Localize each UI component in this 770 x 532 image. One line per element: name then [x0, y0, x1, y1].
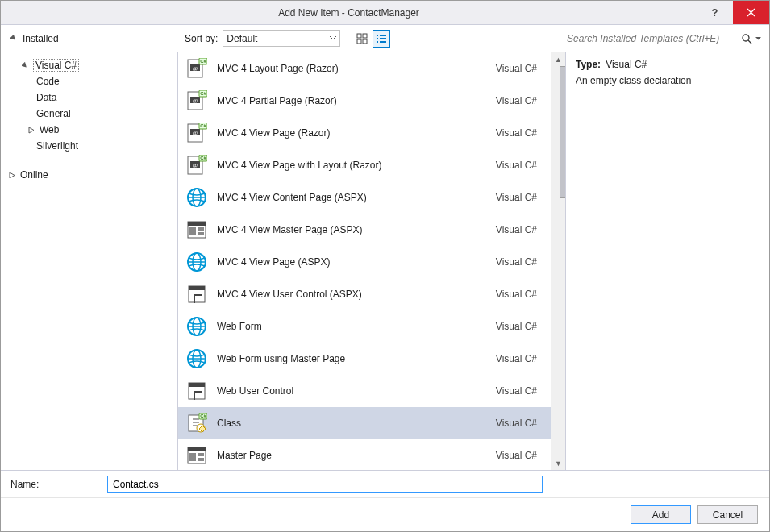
- toolbar: Installed Sort by: Default: [1, 25, 769, 52]
- title-buttons: ?: [697, 1, 769, 24]
- template-language: Visual C#: [496, 63, 543, 74]
- svg-rect-4: [377, 35, 378, 36]
- template-language: Visual C#: [496, 418, 543, 429]
- template-row[interactable]: MVC 4 View Master Page (ASPX)Visual C#: [178, 214, 551, 246]
- template-name: Class: [217, 418, 486, 429]
- template-row[interactable]: Master PageVisual C#: [178, 439, 551, 470]
- cancel-button[interactable]: Cancel: [697, 505, 758, 524]
- svg-rect-9: [380, 41, 386, 43]
- template-row[interactable]: Web FormVisual C#: [178, 310, 551, 343]
- title-bar[interactable]: Add New Item - ContactManager ?: [1, 1, 769, 25]
- scroll-up-icon[interactable]: ▲: [551, 52, 565, 66]
- template-language: Visual C#: [496, 353, 543, 364]
- collapse-icon: [10, 35, 18, 42]
- search-input[interactable]: [565, 30, 736, 47]
- category-tree: Visual C# Code Data General Web Silverli…: [1, 52, 178, 470]
- grid-icon: [356, 33, 368, 44]
- template-row[interactable]: MVC 4 Layout Page (Razor)Visual C#: [178, 52, 551, 85]
- tree-header[interactable]: Installed: [9, 33, 178, 44]
- sortby-label: Sort by:: [185, 33, 218, 44]
- template-list-inner: MVC 4 Layout Page (Razor)Visual C#MVC 4 …: [178, 52, 551, 470]
- template-row[interactable]: MVC 4 Partial Page (Razor)Visual C#: [178, 85, 551, 117]
- svg-rect-2: [357, 39, 361, 44]
- tree-node-csharp[interactable]: Visual C#: [17, 57, 174, 73]
- add-button[interactable]: Add: [631, 505, 691, 524]
- tree-label-csharp: Visual C#: [33, 59, 79, 72]
- template-name: MVC 4 Partial Page (Razor): [217, 95, 486, 106]
- globe-icon: [186, 187, 207, 208]
- detail-type-label: Type:: [576, 59, 601, 70]
- scroll-down-icon[interactable]: ▼: [551, 456, 565, 470]
- tree-node-data[interactable]: Data: [33, 89, 174, 106]
- tree-node-code[interactable]: Code: [33, 73, 174, 89]
- sortby-value: Default: [227, 33, 257, 44]
- usercontrol-icon: [186, 380, 207, 401]
- template-row[interactable]: ClassVisual C#: [178, 407, 551, 439]
- svg-point-10: [743, 35, 749, 41]
- template-row[interactable]: MVC 4 View Page with Layout (Razor)Visua…: [178, 149, 551, 181]
- template-name: Web Form: [217, 321, 486, 332]
- template-language: Visual C#: [496, 289, 543, 300]
- tree-node-silverlight[interactable]: Silverlight: [33, 138, 174, 154]
- template-list: MVC 4 Layout Page (Razor)Visual C#MVC 4 …: [178, 52, 566, 470]
- button-bar: Add Cancel: [1, 497, 769, 531]
- template-name: Web Form using Master Page: [217, 353, 486, 364]
- view-buttons: [353, 30, 390, 48]
- name-label: Name:: [10, 479, 107, 490]
- template-name: MVC 4 View Content Page (ASPX): [217, 192, 486, 203]
- template-row[interactable]: MVC 4 View User Control (ASPX)Visual C#: [178, 278, 551, 310]
- template-language: Visual C#: [496, 95, 543, 106]
- template-language: Visual C#: [496, 385, 543, 397]
- template-language: Visual C#: [496, 450, 543, 461]
- search-icon[interactable]: [741, 33, 752, 44]
- template-row[interactable]: MVC 4 View Content Page (ASPX)Visual C#: [178, 181, 551, 214]
- template-language: Visual C#: [496, 224, 543, 235]
- usercontrol-icon: [186, 284, 207, 305]
- template-row[interactable]: Web Form using Master PageVisual C#: [178, 343, 551, 375]
- master-icon: [186, 445, 207, 466]
- tree-node-web[interactable]: Web: [23, 122, 174, 138]
- close-button[interactable]: [733, 1, 769, 24]
- template-row[interactable]: MVC 4 View Page (ASPX)Visual C#: [178, 246, 551, 278]
- name-bar: Name:: [1, 470, 769, 497]
- template-language: Visual C#: [496, 192, 543, 203]
- detail-description: An empty class declaration: [576, 75, 760, 86]
- sortby-dropdown[interactable]: Default: [223, 30, 340, 47]
- template-language: Visual C#: [496, 256, 543, 268]
- list-icon: [376, 33, 387, 44]
- scroll-thumb[interactable]: [560, 66, 567, 198]
- svg-rect-0: [357, 34, 361, 38]
- razor-icon: [186, 90, 207, 111]
- razor-icon: [186, 155, 207, 176]
- view-small-icons-button[interactable]: [373, 30, 390, 48]
- svg-rect-3: [363, 39, 367, 44]
- expand-icon: [27, 127, 36, 134]
- expand-icon: [7, 172, 17, 179]
- template-row[interactable]: MVC 4 View Page (Razor)Visual C#: [178, 117, 551, 149]
- chevron-down-icon: [330, 36, 336, 40]
- list-scrollbar[interactable]: ▲ ▼: [551, 52, 565, 470]
- content-area: Visual C# Code Data General Web Silverli…: [1, 52, 769, 470]
- template-name: MVC 4 View Page (ASPX): [217, 256, 486, 268]
- class-icon: [186, 413, 207, 434]
- template-language: Visual C#: [496, 127, 543, 139]
- search-dropdown-icon[interactable]: [755, 37, 761, 40]
- template-language: Visual C#: [496, 160, 543, 171]
- template-name: Web User Control: [217, 385, 486, 397]
- template-name: Master Page: [217, 450, 486, 461]
- installed-label: Installed: [23, 33, 59, 44]
- template-name: MVC 4 View Master Page (ASPX): [217, 224, 486, 235]
- template-name: MVC 4 Layout Page (Razor): [217, 63, 486, 74]
- razor-icon: [186, 123, 207, 143]
- help-button[interactable]: ?: [697, 1, 733, 24]
- expand-icon: [20, 62, 30, 69]
- tree-node-online[interactable]: Online: [4, 167, 174, 183]
- template-row[interactable]: Web User ControlVisual C#: [178, 375, 551, 407]
- view-medium-icons-button[interactable]: [353, 30, 371, 48]
- name-input[interactable]: [107, 476, 543, 493]
- svg-line-11: [748, 40, 751, 44]
- svg-rect-8: [377, 41, 378, 43]
- close-icon: [747, 8, 755, 17]
- tree-node-general[interactable]: General: [33, 106, 174, 122]
- help-icon: ?: [712, 6, 718, 19]
